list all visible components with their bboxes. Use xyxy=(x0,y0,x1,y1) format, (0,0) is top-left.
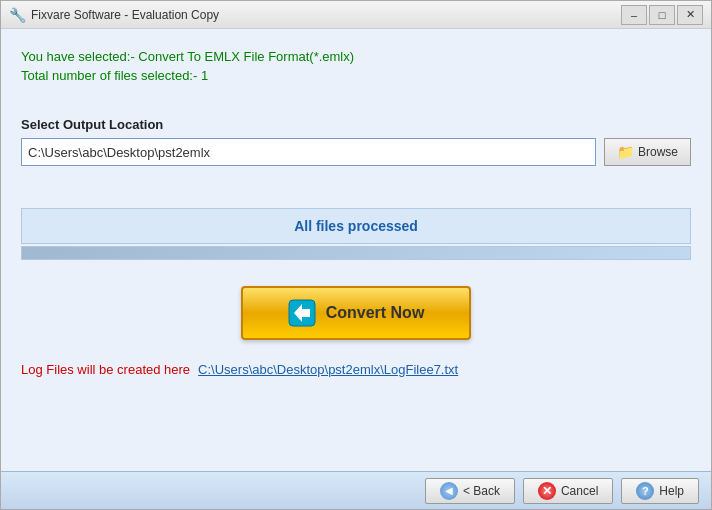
info-section: You have selected:- Convert To EMLX File… xyxy=(21,45,691,87)
close-icon: ✕ xyxy=(686,8,695,21)
window-title: Fixvare Software - Evaluation Copy xyxy=(31,8,621,22)
output-row: 📁 Browse xyxy=(21,138,691,166)
title-bar: 🔧 Fixvare Software - Evaluation Copy – □… xyxy=(1,1,711,29)
browse-button[interactable]: 📁 Browse xyxy=(604,138,691,166)
status-section: All files processed xyxy=(21,192,691,260)
cancel-icon: ✕ xyxy=(538,482,556,500)
close-button[interactable]: ✕ xyxy=(677,5,703,25)
browse-folder-icon: 📁 xyxy=(617,144,634,160)
cancel-button[interactable]: ✕ Cancel xyxy=(523,478,613,504)
main-content: You have selected:- Convert To EMLX File… xyxy=(1,29,711,471)
output-label: Select Output Location xyxy=(21,117,691,132)
progress-bar-container xyxy=(21,246,691,260)
convert-now-label: Convert Now xyxy=(326,304,425,322)
cancel-label: Cancel xyxy=(561,484,598,498)
minimize-button[interactable]: – xyxy=(621,5,647,25)
help-label: Help xyxy=(659,484,684,498)
help-button[interactable]: ? Help xyxy=(621,478,699,504)
convert-section: Convert Now xyxy=(21,286,691,340)
log-link[interactable]: C:\Users\abc\Desktop\pst2emlx\LogFilee7.… xyxy=(198,362,458,377)
maximize-icon: □ xyxy=(659,9,666,21)
convert-arrow-icon xyxy=(288,299,316,327)
convert-now-button[interactable]: Convert Now xyxy=(241,286,471,340)
back-icon: ◀ xyxy=(440,482,458,500)
help-icon: ? xyxy=(636,482,654,500)
minimize-icon: – xyxy=(631,9,637,21)
output-section: Select Output Location 📁 Browse xyxy=(21,117,691,166)
window-controls: – □ ✕ xyxy=(621,5,703,25)
status-bar: All files processed xyxy=(21,208,691,244)
format-info: You have selected:- Convert To EMLX File… xyxy=(21,49,691,64)
back-button[interactable]: ◀ < Back xyxy=(425,478,515,504)
status-text: All files processed xyxy=(294,218,418,234)
main-window: 🔧 Fixvare Software - Evaluation Copy – □… xyxy=(0,0,712,510)
output-path-input[interactable] xyxy=(21,138,596,166)
bottom-bar: ◀ < Back ✕ Cancel ? Help xyxy=(1,471,711,509)
back-label: < Back xyxy=(463,484,500,498)
app-icon: 🔧 xyxy=(9,7,25,23)
log-label: Log Files will be created here xyxy=(21,362,190,377)
log-section: Log Files will be created here C:\Users\… xyxy=(21,362,691,377)
file-count-info: Total number of files selected:- 1 xyxy=(21,68,691,83)
maximize-button[interactable]: □ xyxy=(649,5,675,25)
browse-label: Browse xyxy=(638,145,678,159)
progress-bar-fill xyxy=(22,247,690,259)
